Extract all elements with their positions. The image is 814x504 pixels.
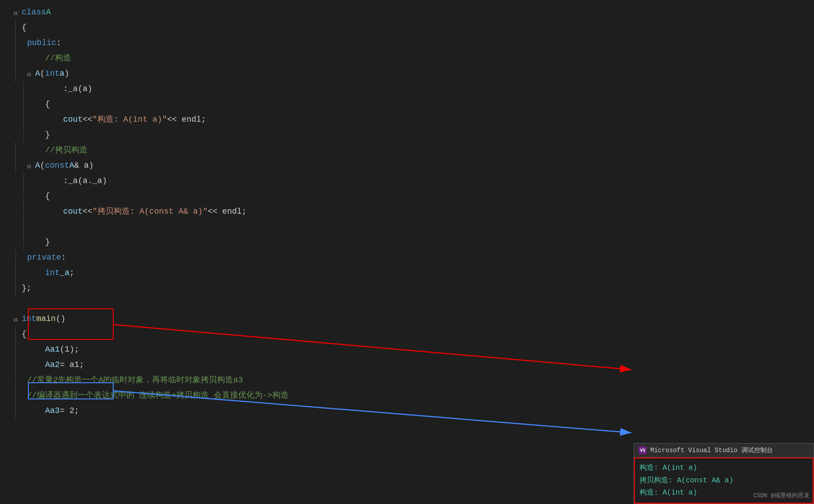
dashed-guide-main	[15, 326, 16, 342]
class-name: A	[46, 6, 51, 19]
line-main-sig: ⊟ int main()	[9, 311, 814, 326]
line-member: int _a;	[9, 265, 814, 280]
line-empty-1	[9, 219, 814, 234]
line-close-brace-1: }	[9, 127, 814, 142]
dashed-guide	[15, 20, 16, 35]
line-private: private:	[9, 250, 814, 265]
cout-kw-2: cout	[63, 205, 83, 218]
dashed-guide-5	[23, 81, 24, 96]
keyword-public: public	[27, 37, 56, 50]
line-constructor-sig: ⊟ A(int a)	[9, 66, 814, 81]
keyword-private: private	[27, 251, 61, 264]
paren-close: )	[64, 67, 69, 80]
line-class-a: ⊟ class A	[9, 5, 814, 20]
dashed-guide-15	[23, 234, 24, 250]
line-open-brace-2: {	[9, 96, 814, 112]
dashed-guide-7	[23, 112, 24, 127]
close-brace-2: }	[45, 236, 50, 249]
keyword-class: class	[22, 6, 46, 19]
dashed-guide-21	[15, 372, 16, 388]
dashed-guide-16	[15, 250, 16, 265]
func-main: main	[36, 312, 55, 325]
line-blank-1	[9, 296, 814, 311]
console-titlebar: VS Microsoft Visual Studio 调试控制台	[634, 444, 814, 458]
dashed-guide-12	[23, 188, 24, 204]
line-comment2: //编译器遇到一个表达式中的 连续构造+拷贝构造 会直接优化为->构造	[9, 388, 814, 403]
param-a: a	[60, 67, 64, 80]
amp: & a)	[74, 159, 93, 172]
dashed-guide-8	[23, 127, 24, 142]
dashed-guide-18	[15, 280, 16, 296]
a2-assign: = a1;	[60, 358, 84, 371]
type-a-2: A	[45, 358, 50, 371]
dashed-guide-10	[15, 158, 16, 173]
member-a: _a	[60, 266, 69, 279]
copy-init: :_a(a._a)	[63, 174, 107, 188]
dashed-guide-13	[23, 204, 24, 219]
colon-public: :	[56, 37, 61, 50]
lshift-2: << endl;	[167, 113, 206, 126]
line-copy-sig: ⊟ A(const A& a)	[9, 158, 814, 173]
paren-open: (	[40, 67, 45, 80]
semicolon-1: ;	[69, 266, 74, 279]
console-line-2: 拷贝构造: A(const A& a)	[639, 475, 808, 487]
line-open-brace-3: {	[9, 188, 814, 204]
dashed-guide-19	[15, 342, 16, 357]
line-comment-copy: //拷贝构造	[9, 142, 814, 158]
var-a2: a2	[50, 358, 60, 371]
line-a3-decl: A a3 = 2;	[9, 403, 814, 418]
comment-line-2: //编译器遇到一个表达式中的 连续构造+拷贝构造 会直接优化为->构造	[27, 389, 289, 402]
console-line-1: 构造: A(int a)	[639, 462, 808, 474]
colon-private: :	[61, 251, 66, 264]
main-parens: ()	[56, 312, 66, 325]
a1-call: (1);	[60, 343, 79, 356]
dashed-guide-2	[15, 35, 16, 50]
cout-kw-1: cout	[63, 113, 83, 126]
string-constructor: "构造: A(int a)"	[92, 113, 167, 126]
dashed-guide-20	[15, 357, 16, 372]
code-editor: ⊟ class A { public: //构造 ⊟ A(int a) :_a(…	[0, 0, 814, 423]
line-main-open: {	[9, 326, 814, 342]
dashed-guide-14	[23, 219, 24, 234]
fold-icon-copy[interactable]: ⊟	[27, 162, 34, 169]
line-a2-decl: A a2 = a1;	[9, 357, 814, 372]
line-comment-constructor: //构造	[9, 50, 814, 66]
line-close-brace-2: }	[9, 234, 814, 250]
type-int-2: int	[45, 266, 60, 279]
fold-icon-main[interactable]: ⊟	[14, 315, 21, 322]
line-cout-2: cout << "拷贝构造: A(const A& a)" << endl;	[9, 204, 814, 219]
type-int: int	[45, 67, 60, 80]
line-copy-init: :_a(a._a)	[9, 173, 814, 188]
comment-constructor: //构造	[45, 52, 71, 65]
fold-icon-constructor[interactable]: ⊟	[27, 70, 34, 77]
line-comment1: //常量2先构造一个A的临时对象，再将临时对象拷贝构造a3	[9, 372, 814, 388]
line-open-brace: {	[9, 20, 814, 35]
fold-icon-class[interactable]: ⊟	[14, 9, 21, 16]
class-end: };	[14, 282, 32, 295]
line-public: public:	[9, 35, 814, 50]
type-a-ref: A	[69, 159, 74, 172]
watermark: CSDN @戒墨镜的恶龙	[753, 491, 809, 499]
func-name-copy: A	[35, 159, 40, 172]
lshift-1: <<	[83, 113, 92, 126]
var-a1: a1	[50, 343, 60, 356]
init-list-1: :_a(a)	[63, 82, 92, 96]
line-class-end: };	[9, 280, 814, 296]
vs-logo: VS	[639, 446, 647, 454]
open-brace-3: {	[45, 190, 50, 203]
dashed-guide-17	[15, 265, 16, 280]
line-a1-decl: A a1(1);	[9, 342, 814, 357]
line-cout-1: cout << "构造: A(int a)" << endl;	[9, 112, 814, 127]
type-a-3: A	[45, 404, 50, 417]
type-a-1: A	[45, 343, 50, 356]
dashed-guide-3	[15, 50, 16, 66]
dashed-guide-9	[15, 142, 16, 158]
lshift-4: << endl;	[207, 205, 246, 218]
var-a3: a3	[50, 404, 60, 417]
line-init-list: :_a(a)	[9, 81, 814, 96]
console-title: Microsoft Visual Studio 调试控制台	[650, 446, 773, 454]
comment-line-1: //常量2先构造一个A的临时对象，再将临时对象拷贝构造a3	[27, 374, 243, 387]
dashed-guide-22	[15, 388, 16, 403]
dashed-guide-6	[23, 96, 24, 112]
dashed-guide-4	[15, 66, 16, 81]
